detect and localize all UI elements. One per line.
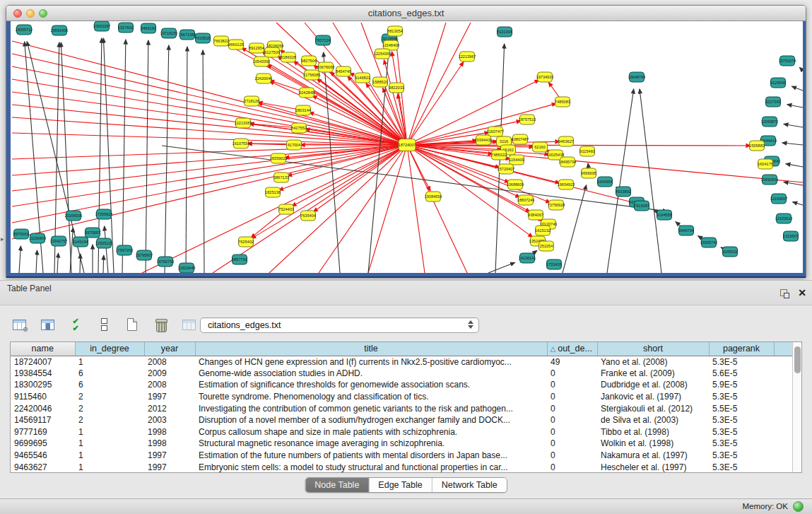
network-node[interactable]: 9146821 — [355, 73, 370, 83]
network-node[interactable]: 9115460 — [579, 146, 594, 156]
network-node[interactable]: 8933892 — [616, 187, 631, 197]
column-header-pagerank[interactable]: pagerank — [709, 342, 774, 356]
table-scrollbar-thumb[interactable] — [794, 346, 801, 373]
network-node[interactable]: 2803144 — [295, 105, 311, 115]
tab-node-table[interactable]: Node Table — [305, 478, 369, 492]
new-table-icon[interactable] — [123, 316, 141, 333]
network-node[interactable]: 24055712 — [16, 25, 33, 35]
network-node[interactable]: 13342757 — [50, 236, 68, 246]
network-node[interactable]: 9975887 — [85, 228, 100, 238]
network-node[interactable]: 7615526 — [195, 33, 211, 43]
network-node[interactable]: 1595883 — [749, 141, 765, 151]
network-node[interactable]: 16107554 — [233, 139, 250, 148]
network-node[interactable]: 18807249 — [517, 195, 535, 205]
network-node[interactable]: 12103514 — [775, 214, 793, 223]
table-row[interactable]: 969969511998Structural magnetic resonanc… — [11, 438, 793, 450]
network-window-titlebar[interactable]: citations_edges.txt — [6, 6, 806, 21]
zoom-window-button[interactable] — [39, 9, 47, 18]
network-node[interactable]: 9827504 — [301, 56, 317, 66]
network-node[interactable]: 11607477 — [487, 127, 504, 136]
network-node[interactable]: 17359928 — [95, 209, 113, 219]
column-header-year[interactable]: year — [144, 342, 195, 356]
tab-edge-table[interactable]: Edge Table — [369, 478, 432, 492]
network-node[interactable]: 17957253 — [116, 245, 134, 255]
network-node[interactable]: 12254369 — [374, 49, 392, 59]
network-node[interactable]: 31756085 — [303, 70, 321, 80]
row-height-icon[interactable] — [95, 316, 113, 333]
network-node[interactable]: 9384067 — [528, 210, 543, 220]
network-node[interactable]: 10653287 — [93, 21, 111, 31]
network-node[interactable]: 8912954 — [249, 43, 264, 53]
column-header-title[interactable]: title — [195, 342, 547, 356]
column-header-in_degree[interactable]: in_degree — [75, 342, 144, 356]
network-canvas[interactable]: 2405571220691406106532871527602946616010… — [11, 21, 803, 273]
network-node[interactable]: 19654923 — [558, 180, 575, 189]
network-node[interactable]: 7485083 — [555, 97, 570, 107]
network-node[interactable]: 12923448 — [178, 263, 196, 273]
network-node[interactable]: 12505115 — [95, 238, 112, 248]
network-node[interactable]: 9194558 — [657, 210, 672, 220]
network-node[interactable]: 9245032 — [722, 247, 738, 257]
modify-columns-icon[interactable] — [38, 316, 57, 333]
network-node[interactable]: 1615132 — [535, 226, 551, 235]
network-node[interactable]: 1316507 — [783, 231, 799, 241]
network-node[interactable]: 12163007 — [770, 194, 788, 204]
table-row[interactable]: 977716911998Corpus callosum shape and si… — [11, 426, 793, 438]
network-node[interactable]: 3867133 — [273, 173, 289, 182]
network-node[interactable]: 14136141 — [519, 253, 536, 263]
network-node[interactable]: 20206506 — [65, 211, 83, 221]
network-node[interactable]: 16648794 — [628, 72, 646, 82]
network-node[interactable]: 9466160 — [141, 23, 156, 33]
column-header-out_de...[interactable]: △out_de... — [547, 342, 597, 356]
network-node[interactable]: 10807487 — [512, 134, 529, 144]
network-node[interactable]: 417004 — [287, 140, 302, 150]
network-node[interactable]: 7663822 — [213, 36, 229, 46]
network-node[interactable]: 9463627 — [558, 136, 574, 146]
network-node[interactable]: 12213967 — [459, 52, 476, 62]
table-row[interactable]: 1938455462009Genome-wide association stu… — [11, 368, 793, 380]
network-node[interactable]: 8427552 — [291, 123, 307, 133]
network-node[interactable]: 1145194 — [73, 237, 88, 247]
network-node[interactable]: 9699695 — [581, 168, 596, 178]
column-header-short[interactable]: short — [597, 342, 709, 356]
network-node[interactable]: 15720407 — [498, 164, 515, 174]
network-node[interactable]: 20691406 — [51, 25, 69, 35]
network-node[interactable]: 8454749 — [336, 66, 351, 76]
network-node[interactable]: 1604175 — [758, 159, 773, 169]
network-node[interactable]: 9129946 — [770, 78, 786, 88]
network-node[interactable]: 9660125 — [228, 40, 244, 49]
network-table-select[interactable]: citations_edges.txt — [200, 317, 479, 333]
splitter-collapse-icon[interactable]: ▸ — [1, 235, 4, 243]
network-node[interactable]: 252254 — [539, 241, 554, 251]
network-node[interactable]: 8975061 — [13, 229, 29, 239]
network-node[interactable]: 7486322 — [491, 150, 507, 160]
network-node[interactable]: 11156809 — [29, 233, 46, 243]
network-node[interactable]: 2718126 — [244, 96, 259, 106]
network-node[interactable]: 20364436 — [475, 135, 493, 145]
network-node[interactable]: 16782753 — [157, 257, 175, 267]
select-columns-icon[interactable]: ✔✔ — [66, 316, 85, 333]
delete-table-icon[interactable] — [151, 316, 170, 333]
close-window-button[interactable] — [13, 9, 22, 18]
network-node[interactable]: 1640954 — [597, 177, 613, 187]
network-node[interactable]: 19734933 — [536, 72, 554, 82]
close-panel-icon[interactable]: ✕ — [798, 287, 806, 298]
network-node[interactable]: 16795807 — [136, 250, 153, 260]
network-node[interactable]: 9127509 — [264, 47, 280, 57]
table-row[interactable]: 946554611997Estimation of the future num… — [11, 450, 793, 462]
network-node[interactable]: 1527602 — [118, 23, 134, 33]
network-node[interactable]: 22420046 — [255, 74, 273, 83]
tab-network-table[interactable]: Network Table — [433, 478, 507, 492]
network-node[interactable]: 9857791 — [232, 255, 247, 264]
table-row[interactable]: 1830029562008Estimation of significance … — [11, 379, 793, 391]
network-node[interactable]: 12213383 — [235, 118, 252, 128]
network-node[interactable]: 8186328 — [281, 52, 296, 62]
table-row[interactable]: 2242004622012Investigating the contribut… — [11, 402, 793, 414]
network-node[interactable]: 9822033 — [389, 83, 404, 93]
network-node[interactable]: 16671388 — [179, 30, 196, 40]
network-node[interactable]: 8813054 — [387, 26, 403, 36]
network-node[interactable]: 73756928 — [548, 200, 565, 210]
network-node[interactable]: 10543392 — [253, 57, 271, 66]
float-panel-icon[interactable] — [780, 289, 789, 298]
network-node[interactable]: 18757515 — [519, 115, 536, 124]
